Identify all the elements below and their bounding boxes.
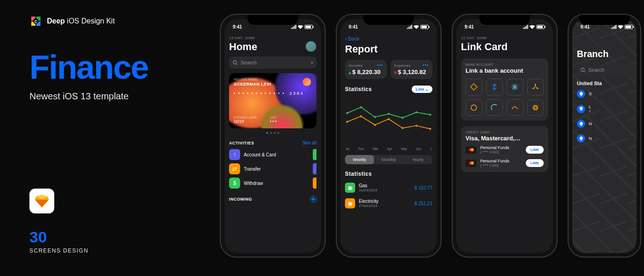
cc-overline: CREDIT CARD bbox=[466, 131, 544, 134]
svg-line-35 bbox=[584, 71, 586, 72]
activity-item[interactable]: $ Withdraw bbox=[229, 178, 316, 189]
segment-option[interactable]: Yearly bbox=[403, 155, 432, 164]
svg-marker-4 bbox=[35, 200, 42, 207]
month-label: J bbox=[430, 147, 431, 150]
svg-point-19 bbox=[374, 124, 376, 126]
svg-point-21 bbox=[402, 127, 403, 129]
hero-title: Finance bbox=[29, 51, 195, 84]
map-pin-icon bbox=[577, 90, 585, 98]
card-exp: 10/10 bbox=[234, 119, 257, 124]
card-pager[interactable] bbox=[229, 132, 316, 134]
branch-row[interactable]: N bbox=[577, 134, 637, 143]
stat-name: Gas bbox=[359, 183, 411, 188]
stat-date: 31/03/2019 bbox=[359, 188, 411, 192]
screens-count-label: SCREENS DESIGN bbox=[29, 247, 88, 254]
svg-line-9 bbox=[236, 63, 238, 65]
tile-value: $ 8,220.30 bbox=[349, 69, 383, 75]
branch-name: L bbox=[589, 104, 591, 109]
bank-option[interactable] bbox=[466, 79, 483, 96]
brand-name: Deep iOS Design Kit bbox=[47, 17, 115, 25]
phone-report: 9:41 ‹Back Report ••• Incomes $ 8,220.30… bbox=[336, 14, 442, 258]
stat-row[interactable]: ▣ Gas31/03/2019 $ 152.77 bbox=[345, 180, 432, 196]
status-time: 9:41 bbox=[233, 24, 242, 29]
card-exp-label: EXPIRED DATE bbox=[234, 116, 257, 119]
status-time: 9:41 bbox=[581, 24, 590, 29]
svg-point-12 bbox=[374, 116, 376, 118]
page-title: Home bbox=[229, 41, 257, 53]
bank-option[interactable] bbox=[527, 79, 544, 96]
month-label: May bbox=[401, 147, 407, 150]
activity-item[interactable]: ⇄ Transfer bbox=[229, 163, 316, 174]
month-label: Feb bbox=[358, 147, 364, 150]
link-button[interactable]: LINK bbox=[526, 146, 544, 154]
stat-name: Electricity bbox=[359, 199, 411, 204]
incoming-title: INCOMING bbox=[229, 197, 252, 201]
mastercard-icon bbox=[466, 146, 477, 154]
branch-row[interactable]: N bbox=[577, 120, 637, 128]
back-button[interactable]: ‹Back bbox=[345, 35, 432, 42]
stat-icon: ▣ bbox=[345, 198, 355, 208]
date-overline: 12 SAT, JUNE bbox=[461, 36, 548, 40]
wifi-icon bbox=[529, 25, 535, 29]
bank-option[interactable] bbox=[466, 99, 483, 116]
add-incoming-button[interactable] bbox=[310, 196, 316, 202]
activity-item[interactable]: ↑ Account & Card bbox=[229, 149, 316, 160]
search-placeholder: Search bbox=[241, 60, 308, 65]
credit-card-row: Personal Funds( **** 1102) LINK bbox=[466, 145, 544, 154]
bank-option[interactable] bbox=[506, 99, 523, 116]
svg-point-14 bbox=[402, 117, 403, 119]
avatar[interactable] bbox=[305, 41, 316, 52]
chart-type-toggle[interactable]: Line⌄ bbox=[412, 86, 432, 93]
bank-option[interactable] bbox=[486, 79, 503, 96]
svg-point-23 bbox=[429, 128, 431, 130]
activity-label: Withdraw bbox=[244, 181, 263, 186]
svg-point-28 bbox=[471, 105, 477, 110]
chevron-down-icon: ⌄ bbox=[425, 87, 429, 92]
svg-marker-5 bbox=[42, 200, 49, 207]
signal-icon bbox=[407, 25, 412, 29]
credit-card[interactable]: HOLDER NAME ACKERMAN LEVI • • • • • • • … bbox=[229, 73, 316, 128]
stat-row[interactable]: ▣ Electricity27/02/2019 $ 251.21 bbox=[345, 196, 432, 211]
svg-point-20 bbox=[388, 118, 390, 120]
svg-point-16 bbox=[429, 114, 431, 115]
branch-sub: 8 bbox=[589, 109, 591, 113]
month-label: Mar bbox=[373, 147, 378, 150]
see-all-link[interactable]: See all bbox=[302, 140, 316, 145]
search-icon bbox=[581, 68, 586, 73]
search-icon bbox=[233, 60, 238, 65]
bank-option[interactable] bbox=[506, 79, 523, 96]
page-title: Report bbox=[345, 43, 432, 55]
bank-icon bbox=[470, 83, 478, 91]
svg-point-8 bbox=[233, 61, 236, 64]
segment-option[interactable]: Monthly bbox=[374, 155, 403, 164]
phone-home: 9:41 12 SAT, JUNE Home Search • HOLDER N… bbox=[220, 14, 326, 258]
search-input[interactable]: Search • bbox=[229, 57, 316, 69]
bank-icon bbox=[490, 83, 499, 91]
tile-menu-icon[interactable]: ••• bbox=[377, 63, 383, 68]
page-title: Link Card bbox=[461, 41, 548, 53]
summary-tile[interactable]: ••• Expenses $ 3,120.82 bbox=[391, 60, 432, 79]
map-pin-icon bbox=[577, 134, 585, 143]
bank-option[interactable] bbox=[527, 99, 544, 116]
summary-tile[interactable]: ••• Incomes $ 8,220.30 bbox=[345, 60, 387, 79]
wifi-icon bbox=[414, 25, 419, 29]
branch-row[interactable]: L8 bbox=[577, 104, 637, 113]
period-segment[interactable]: WeeklyMonthlyYearly bbox=[345, 155, 432, 164]
svg-point-22 bbox=[415, 125, 417, 126]
tile-menu-icon[interactable]: ••• bbox=[422, 63, 429, 68]
mic-icon[interactable]: • bbox=[311, 60, 313, 65]
search-placeholder: Search bbox=[588, 67, 633, 73]
cc-sub: ( **** 1102) bbox=[480, 163, 522, 167]
branch-row[interactable]: S bbox=[577, 90, 637, 98]
stat-icon: ▣ bbox=[345, 183, 355, 193]
phone-link-card: 9:41 12 SAT, JUNE Link Card BANK ACCOUNT… bbox=[452, 14, 558, 258]
map-pin-icon bbox=[577, 105, 585, 113]
link-button[interactable]: LINK bbox=[526, 159, 544, 167]
bank-icon bbox=[511, 83, 519, 91]
battery-icon bbox=[536, 25, 545, 29]
bank-option[interactable] bbox=[486, 99, 503, 116]
search-input[interactable]: Search bbox=[577, 64, 637, 76]
bank-icon bbox=[490, 104, 499, 112]
branch-name: N bbox=[589, 136, 592, 141]
segment-option[interactable]: Weekly bbox=[345, 155, 374, 164]
